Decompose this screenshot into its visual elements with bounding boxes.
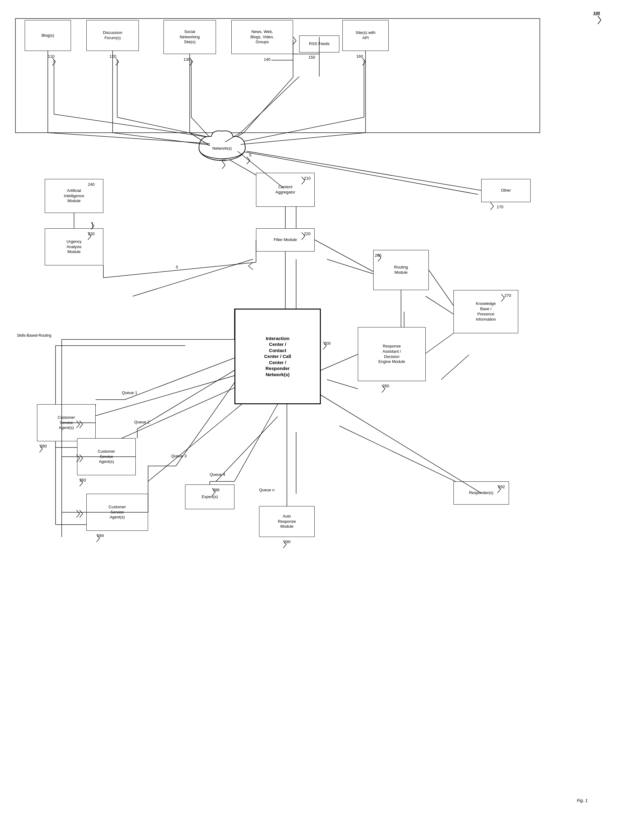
svg-text:5: 5 — [176, 265, 178, 269]
svg-line-54 — [490, 202, 494, 206]
num-sites-api: 160 — [356, 54, 363, 58]
svg-line-53 — [363, 62, 366, 65]
svg-line-47 — [52, 62, 55, 65]
ref-100: 100 — [593, 11, 600, 16]
fig-label: Fig. 1 — [577, 798, 588, 803]
num-network: 10 — [221, 157, 226, 162]
num-urgency: 230 — [88, 231, 95, 236]
svg-line-118 — [125, 358, 235, 399]
svg-line-2 — [54, 114, 210, 137]
num-interaction-center: 200 — [324, 341, 331, 346]
box-social: SocialNetworkingSite(s) — [164, 20, 216, 54]
num-news: 140 — [264, 57, 271, 62]
svg-line-109 — [103, 262, 256, 278]
svg-line-83 — [283, 544, 286, 548]
svg-line-56 — [293, 37, 296, 41]
svg-line-23 — [441, 355, 469, 380]
svg-line-117 — [321, 354, 358, 370]
svg-line-70 — [248, 262, 253, 266]
svg-line-115 — [429, 270, 454, 306]
num-auto-response: 290 — [284, 539, 290, 544]
svg-line-121 — [137, 370, 235, 429]
num-blog: 110 — [48, 54, 55, 58]
svg-line-91 — [96, 538, 99, 542]
num-network2: 5 — [249, 153, 251, 157]
svg-line-24 — [93, 370, 253, 417]
svg-line-49 — [116, 62, 119, 65]
svg-line-25 — [108, 380, 253, 444]
box-interaction-center: InteractionCenter /ContactCenter / CallC… — [235, 309, 321, 404]
box-response-assist: ResponseAssistant /DecisionEngine Module — [358, 327, 426, 381]
box-auto-response: AutoResponseModule — [259, 506, 315, 537]
svg-line-59 — [222, 165, 225, 169]
num-forum: 120 — [109, 54, 116, 58]
svg-line-66 — [91, 222, 94, 226]
box-rss: RSS Feeds — [299, 35, 339, 52]
num-filter: 220 — [304, 231, 311, 236]
label-q3: Queue 3 — [171, 454, 187, 458]
svg-line-12 — [241, 117, 364, 142]
box-other: Other — [481, 179, 531, 202]
label-qn: Queue n — [259, 488, 274, 492]
svg-line-103 — [241, 133, 366, 144]
svg-line-55 — [490, 206, 494, 210]
svg-line-71 — [248, 266, 253, 270]
svg-line-57 — [293, 41, 296, 44]
svg-line-116 — [426, 333, 454, 353]
box-routing: RoutingModule — [373, 250, 429, 290]
num-csa3: 284 — [97, 533, 104, 538]
svg-line-149 — [80, 514, 83, 518]
label-skills-routing: Skills-Based-Routing — [17, 333, 51, 338]
box-sites-api: Site(s) withAPI — [342, 20, 389, 51]
svg-line-148 — [80, 510, 83, 514]
box-forum: DiscussionForum(s) — [87, 20, 139, 51]
svg-line-26 — [148, 395, 253, 482]
box-csa1: CustomerServiceAgent(s) — [37, 404, 96, 441]
diagram: 100 Blog(s) 110 DiscussionForum(s) 120 S… — [0, 0, 637, 840]
svg-line-87 — [39, 449, 43, 452]
svg-line-147 — [77, 514, 80, 518]
svg-line-27 — [216, 417, 278, 482]
num-csa1: 280 — [40, 444, 47, 448]
svg-line-112 — [315, 240, 373, 272]
num-rss: 150 — [309, 55, 315, 60]
num-kb: 270 — [505, 293, 511, 298]
svg-line-93 — [48, 133, 210, 144]
svg-line-146 — [77, 510, 80, 514]
svg-line-126 — [235, 404, 278, 482]
num-other: 170 — [497, 205, 503, 209]
num-social: 130 — [183, 57, 190, 62]
svg-line-45 — [598, 20, 601, 24]
svg-line-44 — [598, 16, 601, 20]
num-experts: 286 — [213, 488, 220, 492]
box-blog: Blog(s) — [25, 20, 71, 51]
num-csa2: 282 — [80, 478, 87, 482]
svg-line-89 — [80, 483, 83, 486]
svg-line-79 — [323, 346, 326, 349]
svg-line-17 — [132, 259, 253, 296]
svg-line-130 — [321, 395, 481, 493]
svg-line-22 — [327, 380, 358, 389]
label-q2: Queue 2 — [134, 420, 150, 424]
svg-text:Network(s): Network(s) — [213, 146, 232, 151]
box-csa3: CustomerServiceAgent(s) — [87, 494, 148, 531]
label-q1: Queue 1 — [122, 390, 137, 395]
num-ai: 240 — [88, 182, 95, 187]
num-responders: 292 — [498, 485, 505, 489]
num-content-agg: 210 — [304, 176, 311, 180]
box-experts: Expert(s) — [185, 485, 235, 509]
label-q4: Queue 4 — [210, 472, 225, 477]
box-csa2: CustomerServiceAgent(s) — [77, 438, 136, 475]
num-response-assist: 260 — [383, 384, 389, 388]
svg-line-51 — [190, 62, 193, 65]
box-news: News, Web,Blogs, Video,Groups — [231, 20, 293, 54]
num-routing: 265 — [375, 253, 382, 258]
svg-line-77 — [382, 389, 385, 393]
